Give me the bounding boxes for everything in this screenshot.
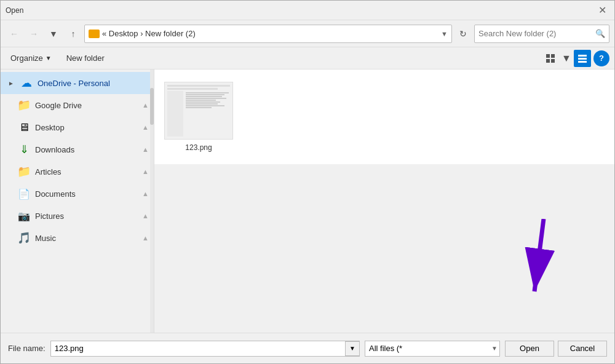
downloads-icon: ⇓: [18, 143, 30, 156]
new-folder-button[interactable]: New folder: [62, 50, 109, 66]
sidebar-item-label: OneDrive - Personal: [38, 79, 149, 88]
svg-rect-0: [546, 54, 550, 58]
sidebar-item-documents[interactable]: 📄 Documents ▲: [1, 183, 154, 205]
folder-icon: 📁: [18, 165, 30, 178]
onedrive-icon: ☁: [20, 77, 33, 89]
filename-dropdown-button[interactable]: ▼: [345, 341, 360, 356]
forward-button[interactable]: →: [25, 25, 42, 42]
up-button[interactable]: ↑: [65, 25, 82, 42]
dialog-title: Open: [6, 6, 23, 15]
folder-icon: 📁: [18, 99, 30, 111]
sidebar-item-articles[interactable]: 📁 Articles ▲: [1, 160, 154, 183]
sidebar-item-label: Pictures: [35, 212, 137, 221]
navigation-toolbar: ← → ▼ ↑ « Desktop › New folder (2) ▼ ↻ 🔍: [1, 20, 614, 47]
sidebar-item-label: Google Drive: [35, 101, 137, 110]
open-button[interactable]: Open: [505, 341, 554, 357]
search-input[interactable]: [478, 29, 593, 38]
svg-rect-4: [578, 55, 587, 57]
address-folder-icon: [89, 30, 100, 38]
organize-dropdown-icon: ▼: [46, 55, 52, 61]
file-name-input[interactable]: [50, 341, 360, 357]
pin-icon: ▲: [142, 212, 149, 220]
desktop-folder-icon: 🖥: [18, 121, 30, 133]
file-type-wrapper: All files (* ▼: [365, 341, 500, 357]
action-buttons: Open Cancel: [505, 341, 607, 357]
sidebar-item-desktop[interactable]: 🖥 Desktop ▲: [1, 116, 154, 138]
pictures-icon: 📷: [18, 210, 30, 222]
sidebar-item-label: Articles: [35, 167, 137, 176]
svg-rect-2: [546, 59, 550, 63]
pin-icon: ▲: [142, 146, 149, 153]
sidebar-item-music[interactable]: 🎵 Music ▲: [1, 227, 154, 249]
pin-icon: ▲: [142, 101, 149, 109]
svg-rect-3: [551, 59, 555, 63]
address-dropdown-icon: ▼: [441, 30, 448, 38]
cancel-button[interactable]: Cancel: [558, 341, 607, 357]
file-thumbnail: [164, 82, 233, 140]
dropdown-button[interactable]: ▼: [45, 25, 62, 42]
bottom-bar: File name: ▼ All files (* ▼ Open Cancel: [1, 333, 614, 363]
scrollbar-thumb[interactable]: [150, 88, 154, 125]
back-button[interactable]: ←: [6, 25, 23, 42]
help-button[interactable]: ?: [593, 50, 609, 66]
view-details-button[interactable]: [574, 50, 591, 67]
svg-rect-6: [578, 61, 587, 63]
address-bar[interactable]: « Desktop › New folder (2) ▼: [84, 25, 452, 43]
expand-arrow-icon: ►: [8, 80, 15, 87]
sidebar-item-label: Music: [35, 234, 137, 243]
address-path: « Desktop › New folder (2): [102, 29, 438, 38]
svg-rect-5: [578, 58, 587, 60]
refresh-button[interactable]: ↻: [454, 25, 472, 42]
search-icon: 🔍: [595, 29, 605, 38]
pin-icon: ▲: [142, 124, 149, 131]
sidebar-item-label: Downloads: [35, 145, 137, 154]
pin-icon: ▲: [142, 190, 149, 197]
music-icon: 🎵: [18, 232, 30, 244]
sidebar-item-pictures[interactable]: 📷 Pictures ▲: [1, 205, 154, 227]
title-bar: Open ✕: [1, 1, 614, 20]
documents-icon: 📄: [18, 188, 30, 200]
file-item[interactable]: 123.png: [162, 77, 236, 157]
sidebar-item-label: Documents: [35, 189, 137, 199]
view-dropdown-button[interactable]: ▼: [561, 50, 571, 67]
sidebar-scrollbar[interactable]: [150, 69, 154, 333]
svg-rect-1: [551, 54, 555, 58]
search-box[interactable]: 🔍: [474, 25, 609, 43]
view-icons-button[interactable]: [542, 50, 559, 67]
main-content: ► ☁ OneDrive - Personal 📁 Google Drive ▲…: [1, 69, 614, 333]
file-area: 123.png: [154, 69, 614, 164]
organize-button[interactable]: Organize ▼: [6, 50, 57, 66]
svg-line-8: [534, 219, 544, 291]
file-type-select[interactable]: All files (*: [365, 341, 500, 357]
sidebar-item-google-drive[interactable]: 📁 Google Drive ▲: [1, 94, 154, 116]
file-area-wrapper: 123.png: [154, 69, 614, 333]
command-bar: Organize ▼ New folder ▼: [1, 47, 614, 69]
sidebar-item-label: Desktop: [35, 123, 137, 132]
file-name: 123.png: [185, 143, 212, 152]
sidebar: ► ☁ OneDrive - Personal 📁 Google Drive ▲…: [1, 69, 154, 333]
sidebar-item-onedrive[interactable]: ► ☁ OneDrive - Personal: [1, 72, 154, 94]
open-dialog: Open ✕ ← → ▼ ↑ « Desktop › New folder (2…: [0, 0, 615, 364]
sidebar-item-downloads[interactable]: ⇓ Downloads ▲: [1, 138, 154, 160]
pin-icon: ▲: [142, 168, 149, 175]
file-name-label: File name:: [8, 344, 46, 353]
pin-icon: ▲: [142, 234, 149, 242]
close-button[interactable]: ✕: [595, 3, 609, 18]
